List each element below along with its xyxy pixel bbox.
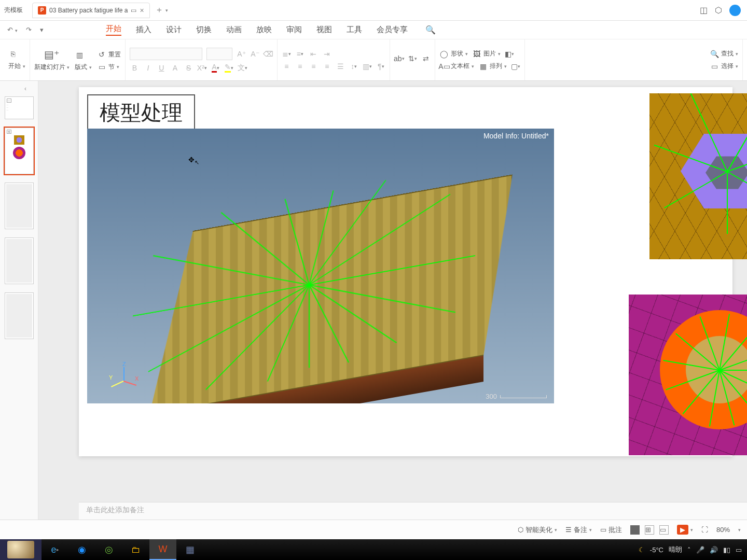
comments-toggle[interactable]: ▭ 批注: [600, 525, 622, 535]
notes-input[interactable]: 单击此处添加备注: [79, 502, 747, 520]
slide-editor[interactable]: 模型处理 Model Info: Untitled*: [38, 81, 747, 520]
menu-start[interactable]: 开始: [106, 24, 121, 36]
superscript-icon[interactable]: X²▾: [197, 63, 206, 73]
start-button[interactable]: [0, 539, 42, 560]
menu-review[interactable]: 审阅: [286, 25, 302, 35]
paste-button[interactable]: ⎘: [8, 49, 25, 59]
font-color-icon[interactable]: A▾: [211, 63, 220, 73]
slideshow-button[interactable]: ▶▾: [677, 525, 693, 535]
outline-icon[interactable]: ▢▾: [511, 62, 520, 71]
circle-detail-image[interactable]: [629, 295, 747, 455]
main-render-image[interactable]: Model Info: Untitled*: [87, 129, 554, 403]
zoom-dd[interactable]: ▾: [738, 527, 741, 533]
taskbar-app-icon[interactable]: ▦: [176, 539, 203, 560]
line-spacing-icon[interactable]: ↕▾: [349, 62, 358, 71]
increase-font-icon[interactable]: A⁺: [237, 49, 246, 59]
slide-thumb-1[interactable]: —·········: [5, 96, 34, 119]
tray-mic-icon[interactable]: 🎤: [696, 546, 704, 554]
align-left-icon[interactable]: ≡: [282, 62, 291, 71]
zoom-level[interactable]: 80%: [716, 526, 730, 534]
layout-dropdown[interactable]: 版式▾: [75, 63, 92, 72]
find-button[interactable]: 🔍查找▾: [710, 49, 738, 59]
weather-cond[interactable]: 晴朗: [669, 545, 682, 554]
menu-design[interactable]: 设计: [166, 25, 182, 35]
para-more-icon[interactable]: ¶▾: [376, 62, 385, 71]
font-size-select[interactable]: [206, 48, 232, 60]
arrange-button[interactable]: ▦排列▾: [478, 62, 507, 71]
taskbar-wps-icon[interactable]: W: [149, 539, 176, 560]
underline-icon[interactable]: U: [157, 63, 166, 73]
text-direction-icon[interactable]: ab▾: [394, 54, 404, 63]
text-effects-icon[interactable]: 文▾: [238, 63, 247, 73]
tray-action-center-icon[interactable]: ▭: [736, 546, 742, 554]
menu-view[interactable]: 视图: [316, 25, 332, 35]
increase-indent-icon[interactable]: ⇥: [322, 49, 331, 59]
package-icon[interactable]: ⬡: [715, 5, 722, 15]
search-icon[interactable]: 🔍: [425, 25, 436, 35]
strike-icon[interactable]: S: [184, 63, 193, 73]
fill-icon[interactable]: ◧▾: [505, 49, 514, 59]
slide-thumb-2[interactable]: 模: [5, 128, 34, 174]
reading-view-icon[interactable]: ▭: [659, 525, 669, 535]
collapse-panel-icon[interactable]: ‹: [24, 85, 26, 92]
taskbar-edge-icon[interactable]: ◉: [68, 539, 95, 560]
tab-close-icon[interactable]: ×: [140, 6, 144, 15]
distribute-icon[interactable]: ☰: [336, 62, 345, 71]
new-tab-button[interactable]: ＋ ▾: [155, 5, 168, 16]
hex-detail-image[interactable]: [649, 93, 747, 259]
slide-thumb-5[interactable]: [5, 292, 34, 339]
convert-smartart-icon[interactable]: ⇄: [421, 54, 431, 63]
decrease-font-icon[interactable]: A⁻: [250, 49, 259, 59]
menu-slideshow[interactable]: 放映: [256, 25, 272, 35]
sorter-view-icon[interactable]: ⊞: [645, 525, 654, 535]
align-right-icon[interactable]: ≡: [309, 62, 318, 71]
menu-animation[interactable]: 动画: [226, 25, 242, 35]
font-family-select[interactable]: [130, 48, 202, 60]
undo-button[interactable]: ↶ ▾: [4, 25, 21, 35]
menu-tools[interactable]: 工具: [347, 25, 362, 35]
window-split-icon[interactable]: ◫: [700, 5, 708, 15]
normal-view-icon[interactable]: [630, 525, 640, 535]
notes-toggle[interactable]: ☰ 备注 ▾: [565, 525, 592, 535]
user-avatar[interactable]: [729, 5, 741, 16]
tray-chevron-icon[interactable]: ˄: [687, 546, 691, 554]
column-icon[interactable]: ▥▾: [363, 62, 372, 71]
picture-button[interactable]: 🖼图片▾: [472, 49, 501, 59]
bold-icon[interactable]: B: [130, 63, 139, 73]
slide-thumb-3[interactable]: [5, 183, 34, 229]
select-button[interactable]: ▭选择▾: [710, 62, 738, 71]
new-slide-button[interactable]: ▤⁺新建幻灯片 ▾: [34, 48, 70, 72]
shape-button[interactable]: ◯形状▾: [439, 49, 468, 59]
redo-button[interactable]: ↷: [23, 25, 35, 35]
slide-thumbnails-panel[interactable]: ‹ —········· 模: [0, 81, 38, 520]
taskbar-explorer-icon[interactable]: 🗀: [122, 539, 149, 560]
weather-icon[interactable]: ☾: [639, 546, 645, 554]
reset-button[interactable]: ↺重置: [97, 50, 121, 59]
present-mode-icon[interactable]: ▭: [131, 7, 136, 14]
smart-beautify-button[interactable]: ⬡ 智能美化 ▾: [518, 525, 557, 535]
align-center-icon[interactable]: ≡: [295, 62, 305, 71]
tray-volume-icon[interactable]: 🔊: [710, 546, 718, 554]
tab-template[interactable]: 壳模板: [0, 3, 28, 18]
align-justify-icon[interactable]: ≡: [322, 62, 331, 71]
layout-button[interactable]: ▥: [75, 50, 92, 60]
start-dropdown[interactable]: 开始▾: [8, 62, 25, 71]
align-text-icon[interactable]: ⇅▾: [408, 54, 417, 63]
highlight-icon[interactable]: ✎▾: [224, 63, 233, 73]
bullets-icon[interactable]: ≣▾: [282, 49, 291, 59]
font-style-a-icon[interactable]: A: [170, 63, 179, 73]
clear-format-icon[interactable]: ⌫: [264, 49, 273, 59]
menu-insert[interactable]: 插入: [136, 25, 151, 35]
tab-file[interactable]: P 03 Battery pack fatigue life a ▭ ×: [32, 3, 150, 18]
section-button[interactable]: ▭节▾: [97, 62, 121, 72]
menu-transition[interactable]: 切换: [196, 25, 212, 35]
fit-view-icon[interactable]: ⛶: [701, 526, 708, 534]
taskbar-browser-icon[interactable]: ◎: [95, 539, 122, 560]
weather-temp[interactable]: -5°C: [650, 546, 663, 554]
taskbar-ie-icon[interactable]: e▸: [42, 539, 68, 560]
slide-title[interactable]: 模型处理: [87, 94, 195, 131]
slide-thumb-4[interactable]: [5, 237, 34, 284]
quick-more[interactable]: ▾: [37, 25, 47, 35]
textbox-button[interactable]: A▭文本框▾: [439, 62, 474, 71]
italic-icon[interactable]: I: [143, 63, 153, 73]
